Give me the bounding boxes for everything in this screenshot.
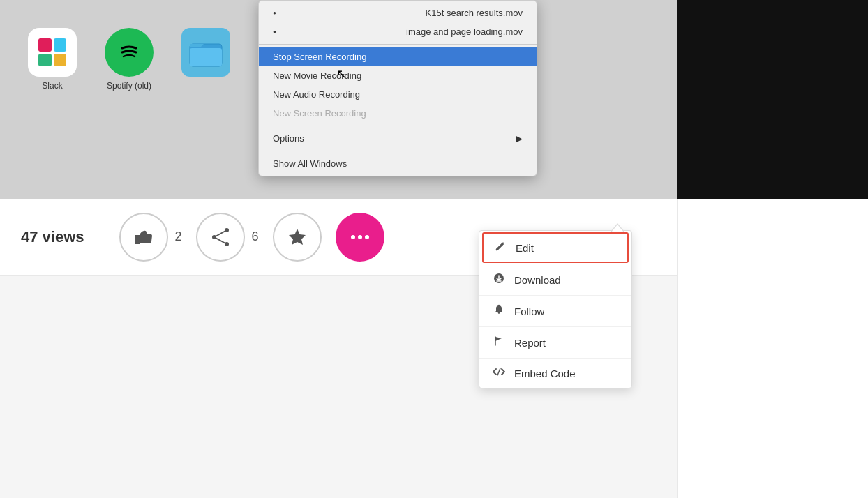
right-sidebar [677,199,868,498]
svg-marker-14 [289,229,306,245]
spotify-label: Spotify (old) [107,81,151,91]
svg-point-20 [498,305,500,306]
folder-icon-img [181,28,230,77]
favorite-action [273,213,322,262]
favorite-button[interactable] [273,213,322,262]
action-dropdown-menu: Edit Download Follow [479,230,632,388]
embed-label: Embed Code [514,368,576,379]
download-label: Download [514,274,561,286]
like-button[interactable] [119,213,168,262]
separator-1 [259,44,537,45]
flag-icon [492,335,506,349]
pencil-icon [493,241,507,255]
slack-app-icon: Slack [28,28,77,91]
file-item-1: K15t search results.mov [259,3,537,22]
show-windows-item[interactable]: Show All Windows [259,154,537,173]
svg-line-22 [497,368,500,375]
bell-icon [492,304,506,318]
follow-menu-item[interactable]: Follow [479,296,631,327]
slack-label: Slack [42,81,62,91]
svg-line-13 [214,237,227,244]
code-icon [492,367,506,379]
follow-label: Follow [514,305,544,317]
slack-icon-img [28,28,77,77]
views-count: 47 views [21,228,84,246]
edit-label: Edit [516,242,534,254]
spotify-icon-img [105,28,154,77]
svg-rect-8 [135,235,140,244]
like-count: 2 [175,229,182,244]
more-action [336,213,384,262]
svg-line-12 [214,230,227,237]
report-menu-item[interactable]: Report [479,327,631,359]
screenshot-area: Slack Spotify (old) [0,0,677,199]
black-area [677,0,868,199]
spotify-app-icon: Spotify (old) [105,28,154,91]
dropdown-arrow-inner [611,225,624,232]
edit-menu-item[interactable]: Edit [482,232,629,263]
share-action: 6 [196,213,259,262]
more-button[interactable] [336,213,384,262]
share-count: 6 [252,229,259,244]
stop-recording-item[interactable]: Stop Screen Recording [259,47,537,66]
new-movie-item[interactable]: New Movie Recording [259,66,537,85]
new-audio-item[interactable]: New Audio Recording [259,85,537,104]
options-item[interactable]: Options ▶ [259,129,537,148]
like-action: 2 [119,213,182,262]
svg-rect-2 [190,48,222,66]
svg-point-16 [358,235,362,239]
file-item-2: image and page loading.mov [259,22,537,41]
svg-point-15 [351,235,355,239]
screen-recording-dropdown: K15t search results.mov image and page l… [258,0,537,176]
embed-menu-item[interactable]: Embed Code [479,359,631,388]
separator-3 [259,151,537,151]
svg-point-17 [365,235,369,239]
separator-2 [259,126,537,126]
folder-app-icon [181,28,230,77]
download-icon [492,273,506,287]
download-menu-item[interactable]: Download [479,264,631,296]
share-button[interactable] [196,213,245,262]
report-label: Report [514,337,546,349]
new-screen-item: New Screen Recording [259,104,537,123]
